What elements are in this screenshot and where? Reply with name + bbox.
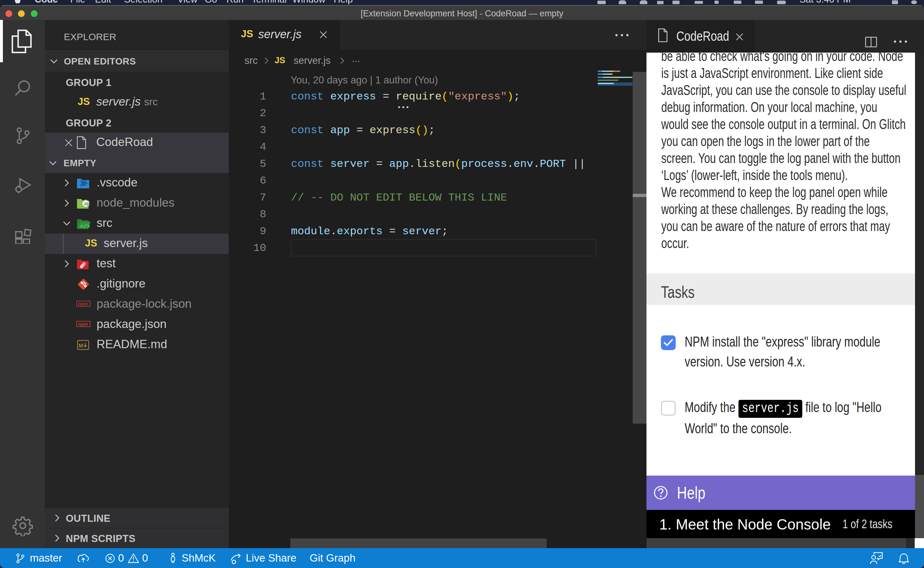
svg-text:npm: npm (78, 301, 88, 307)
svg-text:M: M (78, 343, 83, 349)
svg-text:npm: npm (78, 321, 88, 327)
svg-text:JS: JS (84, 201, 89, 206)
svg-text:</>: </> (80, 224, 90, 230)
